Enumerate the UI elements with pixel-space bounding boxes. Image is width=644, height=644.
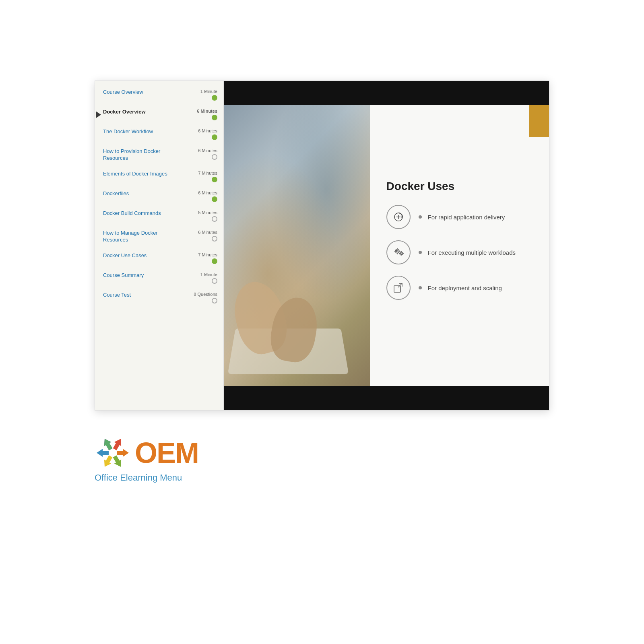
item-title: Docker Build Commands (103, 210, 183, 217)
item-title: Docker Use Cases (103, 252, 183, 259)
sidebar-item-dockerfiles[interactable]: Dockerfiles 6 Minutes (95, 186, 223, 206)
deployment-icon (386, 276, 411, 300)
sidebar-item-elements-docker-images[interactable]: Elements of Docker Images 7 Minutes (95, 167, 223, 186)
status-circle (212, 154, 217, 160)
item-content: Dockerfiles (103, 190, 183, 198)
hands-visual (224, 105, 370, 386)
item-content: Course Summary (103, 272, 183, 280)
sidebar-item-docker-build-commands[interactable]: Docker Build Commands 5 Minutes (95, 206, 223, 226)
item-title: How to Manage Docker Resources (103, 230, 183, 244)
status-circle (212, 236, 217, 242)
app-container: Course Overview 1 Minute Docker Overview… (0, 0, 644, 644)
status-circle (212, 196, 217, 202)
item-title: Course Summary (103, 272, 183, 279)
oem-subtitle: Office Elearning Menu (95, 473, 182, 483)
sidebar-item-course-overview[interactable]: Course Overview 1 Minute (95, 85, 223, 105)
sidebar-item-course-test[interactable]: Course Test 8 Questions (95, 288, 223, 308)
item-duration: 7 Minutes (198, 252, 217, 257)
sidebar-item-docker-workflow[interactable]: The Docker Workflow 6 Minutes (95, 124, 223, 144)
slide-body: Docker Uses For rapid application delive… (224, 105, 549, 386)
slide-area: Docker Uses For rapid application delive… (224, 81, 549, 410)
item-right: 7 Minutes (185, 252, 217, 264)
item-content: How to Provision Docker Resources (103, 148, 183, 163)
item-title: Elements of Docker Images (103, 171, 183, 178)
sidebar-item-course-summary[interactable]: Course Summary 1 Minute (95, 268, 223, 288)
status-circle (212, 95, 217, 101)
use-text: For executing multiple workloads (428, 249, 516, 256)
docker-use-item-1: For executing multiple workloads (386, 240, 533, 264)
item-duration: 1 Minute (200, 89, 217, 94)
course-player: Course Overview 1 Minute Docker Overview… (95, 80, 549, 411)
status-circle (212, 278, 217, 284)
logo-row: OEM (95, 435, 198, 471)
item-duration: 6 Minutes (198, 190, 217, 195)
svg-point-6 (400, 253, 402, 254)
use-text: For deployment and scaling (428, 285, 502, 291)
bottom-bar (224, 386, 549, 410)
item-right: 8 Questions (185, 292, 217, 303)
item-content: How to Manage Docker Resources (103, 230, 183, 244)
use-text: For rapid application delivery (428, 214, 505, 221)
item-content: Course Overview (103, 89, 183, 97)
item-right: 6 Minutes (185, 128, 217, 140)
item-right: 7 Minutes (185, 171, 217, 182)
docker-use-item-0: For rapid application delivery (386, 205, 533, 229)
item-title: How to Provision Docker Resources (103, 148, 183, 162)
top-bar (224, 81, 549, 105)
item-duration: 5 Minutes (198, 210, 217, 215)
workloads-icon (386, 240, 411, 264)
logo-area: OEM Office Elearning Menu (95, 435, 549, 483)
sidebar-item-manage-docker-resources[interactable]: How to Manage Docker Resources 6 Minutes (95, 226, 223, 248)
item-duration: 6 Minutes (197, 109, 217, 114)
item-content: Docker Use Cases (103, 252, 183, 260)
oem-text-group: OEM (135, 438, 198, 467)
status-circle (212, 177, 217, 182)
golden-accent (529, 105, 549, 137)
sidebar-item-docker-use-cases[interactable]: Docker Use Cases 7 Minutes (95, 248, 223, 268)
course-sidebar: Course Overview 1 Minute Docker Overview… (95, 81, 224, 410)
docker-use-item-2: For deployment and scaling (386, 276, 533, 300)
item-content: Elements of Docker Images (103, 171, 183, 178)
status-circle (212, 258, 217, 264)
active-indicator (96, 111, 101, 118)
slide-viewer: Docker Uses For rapid application delive… (224, 81, 549, 410)
item-title: Docker Overview (103, 109, 183, 116)
item-right: 1 Minute (185, 89, 217, 101)
item-right: 6 Minutes (185, 230, 217, 242)
item-duration: 8 Questions (194, 292, 217, 297)
use-bullet (419, 215, 422, 219)
use-bullet (419, 251, 422, 254)
status-circle (212, 134, 217, 140)
status-circle (212, 216, 217, 222)
slide-text-panel: Docker Uses For rapid application delive… (370, 105, 549, 386)
use-bullet (419, 286, 422, 289)
item-right: 6 Minutes (185, 109, 217, 120)
item-title: Dockerfiles (103, 190, 183, 197)
svg-point-5 (396, 250, 398, 252)
svg-rect-7 (394, 286, 400, 292)
logo-arrows-svg (95, 435, 131, 471)
item-duration: 6 Minutes (198, 148, 217, 153)
oem-brand: OEM (135, 438, 198, 467)
item-right: 6 Minutes (185, 148, 217, 160)
slide-image (224, 105, 370, 386)
rapid-delivery-icon (386, 205, 411, 229)
item-title: Course Test (103, 292, 183, 299)
sidebar-item-docker-overview[interactable]: Docker Overview 6 Minutes (95, 105, 223, 124)
item-duration: 7 Minutes (198, 171, 217, 175)
item-right: 6 Minutes (185, 190, 217, 202)
sidebar-item-provision-docker[interactable]: How to Provision Docker Resources 6 Minu… (95, 144, 223, 167)
status-circle (212, 298, 217, 303)
item-duration: 1 Minute (200, 272, 217, 277)
item-title: Course Overview (103, 89, 183, 96)
item-content: Docker Build Commands (103, 210, 183, 218)
item-content: Course Test (103, 292, 183, 299)
oem-icon (95, 435, 131, 471)
item-content: Docker Overview (103, 109, 183, 116)
item-duration: 6 Minutes (198, 128, 217, 133)
slide-title: Docker Uses (386, 180, 533, 193)
status-circle (212, 115, 217, 120)
item-duration: 6 Minutes (198, 230, 217, 235)
docker-uses-list: For rapid application delivery For execu… (386, 205, 533, 311)
item-title: The Docker Workflow (103, 128, 183, 135)
